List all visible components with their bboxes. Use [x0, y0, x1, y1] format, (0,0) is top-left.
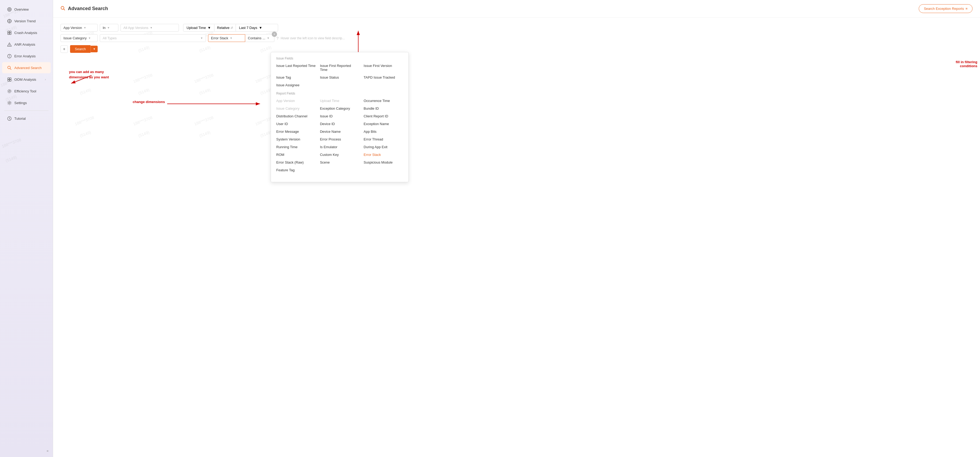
filter-icon: ≡ — [966, 6, 967, 11]
issue-fields-grid: Issue Last Reported Time Issue First Rep… — [276, 63, 403, 88]
action-row: + Search ▼ — [60, 45, 972, 53]
watermark-area: 188***3708 (5149) 188***3708 (5149) 188*… — [53, 18, 980, 457]
dropdown-item-error-stack-raw[interactable]: Error Stack (Raw) — [276, 160, 316, 165]
svg-line-26 — [9, 119, 10, 119]
page-title: Advanced Search — [68, 6, 108, 11]
sidebar-item-label: Crash Analysis — [14, 31, 37, 35]
dropdown-item-custom-key[interactable]: Custom Key — [320, 152, 360, 157]
dropdown-item-feature-tag[interactable]: Feature Tag — [276, 167, 316, 173]
dropdown-item-distribution-channel[interactable]: Distribution Channel — [276, 113, 316, 119]
svg-point-14 — [9, 57, 10, 58]
sidebar-item-version-trend[interactable]: Version Trend — [2, 15, 51, 27]
chevron-down-icon: ▼ — [84, 26, 86, 29]
search-exception-reports-button[interactable]: Search Exception Reports ≡ — [919, 4, 972, 13]
dropdown-item-running-time[interactable]: Running Time — [276, 144, 316, 150]
dropdown-item-device-name[interactable]: Device Name — [320, 129, 360, 134]
annotation-arrow-change — [53, 18, 980, 457]
dropdown-item-tapd-tracked[interactable]: TAPD Issue Tracked — [364, 75, 403, 80]
annotation-change-dimensions: change dimensions — [133, 100, 165, 104]
close-filter-button[interactable]: × — [272, 32, 277, 37]
error-stack-filter-group: Error Stack ▼ Contains ... ▼ × — [208, 34, 274, 42]
contains-operator-select[interactable]: Contains ... ▼ — [245, 34, 274, 42]
dropdown-item-error-stack[interactable]: Error Stack — [364, 152, 403, 157]
time-filter-group: Upload Time ▼ Relative ⇄ Last 7 Days ▼ — [183, 24, 278, 32]
sidebar-item-overview[interactable]: Overview — [2, 4, 51, 15]
sidebar-item-label: Version Trend — [14, 19, 35, 23]
dropdown-item-suspicious-module[interactable]: Suspicious Module — [364, 160, 403, 165]
dropdown-item-exception-category[interactable]: Exception Category — [320, 106, 360, 111]
search-button[interactable]: Search — [70, 45, 91, 53]
circle-icon — [7, 7, 12, 12]
dropdown-item-exception-name[interactable]: Exception Name — [364, 121, 403, 127]
chevron-down-icon: ▼ — [150, 26, 153, 29]
dropdown-item-issue-tag[interactable]: Issue Tag — [276, 75, 316, 80]
svg-rect-6 — [10, 31, 11, 33]
sidebar-item-label: OOM Analysis — [14, 78, 36, 81]
svg-rect-19 — [8, 80, 9, 81]
dropdown-item-issue-first-version[interactable]: Issue First Version — [364, 63, 403, 72]
dropdown-item-device-id[interactable]: Device ID — [320, 121, 360, 127]
relative-mode-select[interactable]: Relative ⇄ — [215, 24, 235, 32]
annotation-add-dimensions: you can add as many dimensions as you wa… — [69, 69, 114, 80]
filter-row-2-wrapper: Issue Category ▼ All Types ▼ Error Stack… — [60, 34, 972, 42]
svg-point-23 — [8, 102, 10, 104]
dropdown-item-app-bits[interactable]: App Bits — [364, 129, 403, 134]
error-stack-select[interactable]: Error Stack ▼ — [208, 34, 245, 42]
dropdown-item-issue-first-reported[interactable]: Issue First Reported Time — [320, 63, 360, 72]
sidebar-item-error-analysis[interactable]: Error Analysis — [2, 50, 51, 62]
time-row: Upload Time ▼ Relative ⇄ Last 7 Days ▼ — [183, 24, 278, 32]
sidebar-collapse-btn[interactable]: « — [47, 449, 49, 453]
value-1-select[interactable]: All App Versions ▼ — [121, 24, 179, 32]
sidebar-item-advanced-search[interactable]: Advanced Search — [2, 62, 51, 73]
svg-point-22 — [8, 89, 11, 93]
sidebar-item-label: Advanced Search — [14, 66, 42, 70]
svg-point-1 — [8, 8, 10, 10]
add-dimension-button[interactable]: + — [60, 45, 68, 53]
sidebar-item-label: ANR Analysis — [14, 43, 35, 46]
sidebar-item-settings[interactable]: Settings — [2, 97, 51, 108]
dimension-1-select[interactable]: App Version ▼ — [60, 24, 98, 32]
dropdown-item-error-message[interactable]: Error Message — [276, 129, 316, 134]
alert-icon — [7, 42, 12, 47]
dimension-2-select[interactable]: Issue Category ▼ — [60, 34, 98, 42]
dropdown-item-scene[interactable]: Scene — [320, 160, 360, 165]
svg-rect-20 — [10, 80, 11, 81]
dropdown-item-user-id[interactable]: User ID — [276, 121, 316, 127]
dropdown-item-bundle-id[interactable]: Bundle ID — [364, 106, 403, 111]
time-range-select[interactable]: Last 7 Days ▼ — [235, 24, 278, 32]
dropdown-item-rom[interactable]: ROM — [276, 152, 316, 157]
svg-line-16 — [10, 69, 11, 70]
dropdown-item-issue-status[interactable]: Issue Status — [320, 75, 360, 80]
chevron-down-icon: ▼ — [93, 48, 95, 50]
dropdown-item-client-report-id[interactable]: Client Report ID — [364, 113, 403, 119]
svg-rect-17 — [8, 78, 9, 79]
chevron-down-icon: ▼ — [200, 37, 203, 40]
dropdown-item-system-version[interactable]: System Version — [276, 136, 316, 142]
value-2-placeholder[interactable]: All Types ▼ — [100, 34, 206, 42]
dropdown-item-error-thread[interactable]: Error Thread — [364, 136, 403, 142]
page-title-area: Advanced Search — [60, 6, 108, 11]
svg-rect-8 — [10, 33, 11, 35]
chevron-down-icon: ▼ — [230, 37, 232, 40]
dropdown-item-occurrence-time[interactable]: Occurrence Time — [364, 98, 403, 104]
sidebar-item-oom-analysis[interactable]: OOM Analysis › — [2, 74, 51, 85]
dropdown-item-issue-assignee[interactable]: Issue Assignee — [276, 82, 316, 88]
chevron-right-icon: › — [45, 78, 46, 81]
sidebar-item-anr-analysis[interactable]: ANR Analysis — [2, 39, 51, 50]
sidebar-item-crash-analysis[interactable]: Crash Analysis — [2, 27, 51, 38]
dropdown-item-issue-last-reported[interactable]: Issue Last Reported Time — [276, 63, 316, 72]
dropdown-item-error-process[interactable]: Error Process — [320, 136, 360, 142]
svg-rect-5 — [8, 31, 9, 33]
svg-point-11 — [9, 45, 10, 46]
upload-time-select[interactable]: Upload Time ▼ — [183, 24, 215, 32]
sidebar-item-tutorial[interactable]: Tutorial — [2, 113, 51, 124]
dropdown-item-upload-time: Upload Time — [320, 98, 360, 104]
dropdown-item-issue-id[interactable]: Issue ID — [320, 113, 360, 119]
sidebar-item-efficiency-tool[interactable]: Efficiency Tool — [2, 86, 51, 97]
sidebar-item-label: Error Analysis — [14, 54, 35, 58]
search-dropdown-button[interactable]: ▼ — [91, 46, 98, 52]
dropdown-item-issue-category: Issue Category — [276, 106, 316, 111]
dropdown-item-is-emulator[interactable]: Is Emulator — [320, 144, 360, 150]
dropdown-item-during-app-exit[interactable]: During App Exit — [364, 144, 403, 150]
operator-1-select[interactable]: In ▼ — [100, 24, 118, 32]
